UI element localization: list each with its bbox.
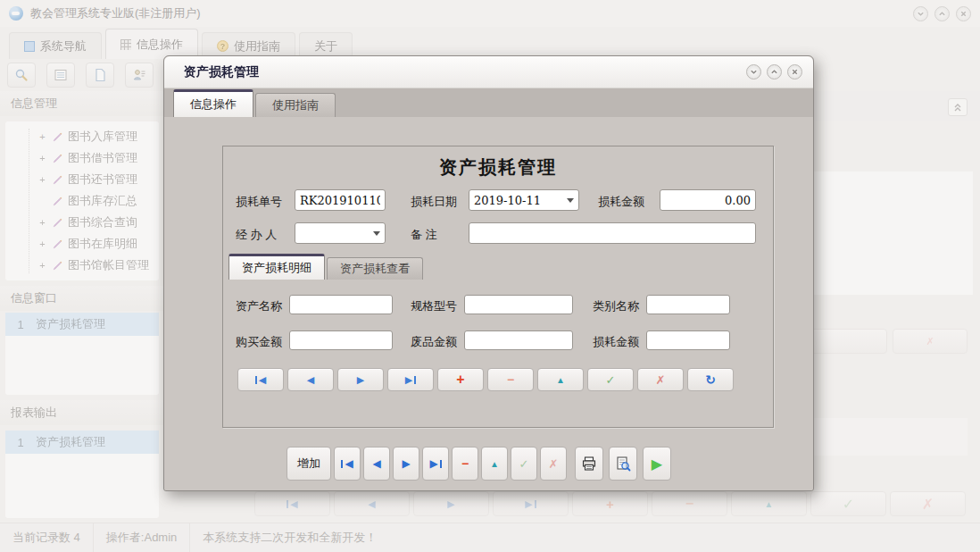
first-record-button[interactable]: ◀: [334, 447, 361, 481]
info-management-tree: + 图书入库管理 + 图书借书管理 + 图书还书管理 图书库存汇总 +: [5, 121, 159, 280]
background-add-button[interactable]: +: [572, 491, 648, 516]
dialog-close-button[interactable]: [787, 64, 802, 79]
background-cancel2-button[interactable]: ✗: [890, 491, 966, 516]
minimize-button[interactable]: [913, 6, 928, 21]
loss-amount-detail-label: 损耗金额: [593, 334, 639, 350]
cancel-record-button[interactable]: ✗: [540, 447, 567, 481]
add-record-button[interactable]: 增加: [287, 447, 331, 481]
status-bar: 当前记录数 4 操作者:Admin 本系统支持二次开发和全新开发！: [0, 523, 980, 552]
dialog-titlebar[interactable]: 资产损耗管理: [164, 56, 813, 88]
detail-cancel-button[interactable]: ✗: [637, 368, 684, 391]
background-edit-button[interactable]: ▲: [731, 491, 807, 516]
plus-icon: +: [456, 372, 464, 388]
category-name-input[interactable]: [646, 295, 730, 314]
expand-icon[interactable]: +: [37, 131, 47, 142]
collapse-panel-button[interactable]: [948, 98, 968, 116]
check-icon: ✓: [606, 373, 616, 387]
info-window-list-item[interactable]: 1 资产损耗管理: [5, 313, 159, 336]
expand-icon[interactable]: +: [37, 260, 47, 271]
search-tool-button[interactable]: [7, 63, 36, 88]
expand-icon[interactable]: +: [37, 238, 47, 249]
tree-item-book-borrow[interactable]: + 图书借书管理: [5, 147, 159, 169]
scrap-amount-input[interactable]: [464, 330, 573, 350]
detail-edit-button[interactable]: ▲: [537, 368, 584, 391]
background-last-button[interactable]: ▶: [493, 491, 569, 516]
plus-icon: +: [606, 497, 614, 512]
confirm-record-button[interactable]: ✓: [511, 447, 537, 481]
detail-delete-button[interactable]: −: [487, 368, 534, 391]
loss-date-select[interactable]: 2019-10-11: [469, 189, 579, 211]
background-first-button[interactable]: ◀: [254, 491, 330, 516]
dialog-minimize-button[interactable]: [746, 64, 761, 79]
spec-model-label: 规格型号: [411, 298, 457, 314]
window-controls: [913, 6, 971, 21]
report-output-list-item[interactable]: 1 资产损耗管理: [5, 431, 159, 454]
close-button[interactable]: [956, 6, 971, 21]
background-next-button[interactable]: ▶: [413, 491, 489, 516]
bar-icon: [341, 460, 343, 468]
user-tool-button[interactable]: [125, 63, 154, 88]
background-confirm-button[interactable]: ✓: [810, 491, 886, 516]
document-tool-button[interactable]: [86, 63, 114, 88]
background-delete-button[interactable]: −: [652, 491, 727, 516]
detail-confirm-button[interactable]: ✓: [587, 368, 634, 391]
dialog-tab-user-guide[interactable]: 使用指南: [255, 93, 336, 117]
tab-asset-loss-view[interactable]: 资产损耗查看: [327, 257, 423, 280]
list-tool-button[interactable]: [46, 63, 75, 88]
maximize-button[interactable]: [934, 6, 950, 21]
asset-name-label: 资产名称: [236, 298, 282, 314]
expand-icon[interactable]: +: [37, 153, 47, 163]
tree-item-book-stock-summary[interactable]: 图书库存汇总: [5, 190, 159, 212]
print-preview-button[interactable]: [609, 447, 637, 481]
last-record-icon: ▶: [405, 375, 412, 385]
document-icon: [93, 68, 107, 82]
chevron-up-icon: [770, 68, 778, 76]
prev-record-button[interactable]: ◀: [363, 447, 390, 481]
dialog-window-controls: [746, 64, 802, 79]
run-report-button[interactable]: ▶: [643, 447, 671, 481]
tree-item-book-inbound[interactable]: + 图书入库管理: [5, 126, 159, 147]
purchase-amount-input[interactable]: [289, 330, 393, 350]
tree-item-book-return[interactable]: + 图书还书管理: [5, 169, 159, 190]
close-icon: [791, 68, 799, 76]
prev-record-icon: ◀: [368, 499, 375, 509]
expand-icon[interactable]: +: [37, 174, 47, 185]
next-record-button[interactable]: ▶: [393, 447, 419, 481]
detail-first-button[interactable]: ◀: [237, 368, 284, 391]
spec-model-input[interactable]: [464, 295, 573, 314]
tab-system-navigation[interactable]: 系统导航: [9, 32, 102, 59]
cross-icon: ✗: [922, 496, 934, 513]
detail-add-button[interactable]: +: [437, 368, 484, 391]
detail-last-button[interactable]: ▶: [387, 368, 434, 391]
print-button[interactable]: [575, 447, 603, 481]
background-cancel-button[interactable]: ✗: [893, 329, 968, 354]
bar-icon: [414, 376, 416, 384]
detail-prev-button[interactable]: ◀: [287, 368, 334, 391]
delete-record-button[interactable]: −: [452, 447, 478, 481]
edit-record-button[interactable]: ▲: [481, 447, 508, 481]
loss-no-input[interactable]: [295, 189, 386, 211]
detail-next-button[interactable]: ▶: [337, 368, 384, 391]
check-icon: ✓: [843, 496, 854, 513]
tree-item-book-instock-detail[interactable]: + 图书在库明细: [5, 233, 159, 255]
pen-icon: [52, 196, 63, 207]
operator-select[interactable]: [295, 222, 386, 244]
loss-amount-input[interactable]: [660, 189, 756, 211]
loss-amount-detail-input[interactable]: [646, 330, 730, 350]
dialog-maximize-button[interactable]: [767, 64, 782, 79]
chevron-down-icon: [567, 198, 574, 203]
remark-input[interactable]: [469, 222, 756, 244]
dialog-tab-info-operation[interactable]: 信息操作: [173, 89, 253, 117]
app-title: 教会管理系统专业版(非注册用户): [30, 5, 201, 21]
pen-icon: [52, 153, 63, 164]
asset-name-input[interactable]: [289, 295, 393, 314]
tab-asset-loss-detail[interactable]: 资产损耗明细: [228, 254, 325, 280]
background-prev-button[interactable]: ◀: [334, 491, 410, 516]
detail-refresh-button[interactable]: ↻: [687, 368, 734, 391]
tab-info-operation[interactable]: 信息操作: [105, 29, 198, 59]
tree-item-library-account[interactable]: + 图书馆帐目管理: [5, 255, 159, 276]
first-record-icon: ◀: [345, 458, 353, 469]
last-record-button[interactable]: ▶: [422, 447, 449, 481]
tree-item-book-query[interactable]: + 图书综合查询: [5, 212, 159, 233]
expand-icon[interactable]: +: [37, 217, 47, 228]
